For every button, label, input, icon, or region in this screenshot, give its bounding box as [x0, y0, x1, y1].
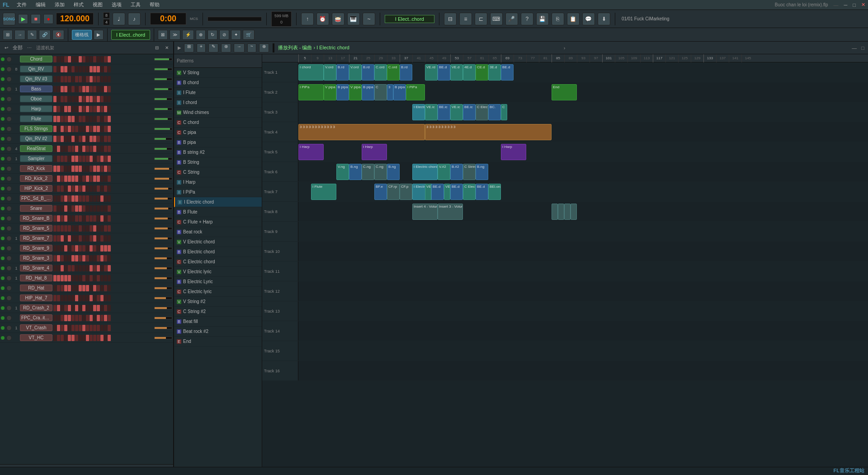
- channel-pad[interactable]: [53, 245, 57, 252]
- channel-name[interactable]: RD_Crash_2: [20, 304, 52, 311]
- grid-arrow[interactable]: ▶: [94, 30, 104, 40]
- channel-row[interactable]: FPC_Sd_B_004: [0, 194, 173, 204]
- channel-pad[interactable]: [53, 285, 57, 291]
- channel-mute-btn[interactable]: [6, 295, 12, 301]
- pattern-list-item[interactable]: VV Electric lyric: [174, 267, 262, 277]
- channel-pad[interactable]: [100, 315, 104, 321]
- channel-pad[interactable]: [86, 235, 89, 242]
- channel-pad[interactable]: [57, 325, 60, 331]
- channel-name[interactable]: Snare: [20, 205, 52, 212]
- channel-pad[interactable]: [93, 325, 96, 331]
- channel-pad[interactable]: [100, 195, 104, 202]
- channel-pad[interactable]: [64, 285, 67, 291]
- channel-pad[interactable]: [93, 136, 96, 142]
- channel-pad[interactable]: [57, 156, 60, 162]
- channel-pad[interactable]: [71, 136, 75, 142]
- channel-row[interactable]: 1Sampler: [0, 154, 173, 164]
- clip[interactable]: B pipa: [336, 84, 349, 100]
- channel-pad[interactable]: [100, 225, 104, 232]
- channel-pad[interactable]: [75, 295, 78, 301]
- channel-pad[interactable]: [75, 116, 78, 122]
- clip[interactable]: B.rd: [336, 64, 349, 81]
- wave-btn[interactable]: ~: [363, 13, 375, 25]
- channel-pad[interactable]: [71, 126, 75, 132]
- channel-pad[interactable]: [64, 126, 67, 132]
- channel-volume[interactable]: [154, 167, 172, 170]
- cr-undo[interactable]: ↩: [3, 45, 10, 50]
- channel-volume[interactable]: [154, 277, 172, 280]
- channel-pad[interactable]: [71, 245, 75, 252]
- channel-pad[interactable]: [108, 56, 111, 62]
- channel-pad[interactable]: [82, 166, 85, 172]
- clip[interactable]: BF.e: [374, 184, 387, 200]
- channel-pad[interactable]: [86, 245, 89, 252]
- channel-pad[interactable]: [86, 285, 89, 291]
- timeline[interactable]: 5913172125293337414549535761656973778185…: [262, 54, 868, 475]
- channel-pad[interactable]: [93, 56, 96, 62]
- channel-volume[interactable]: [154, 78, 172, 81]
- channel-pad[interactable]: [86, 225, 89, 232]
- channel-pad[interactable]: [61, 335, 64, 341]
- channel-pad[interactable]: [79, 185, 82, 192]
- pl-tool4[interactable]: ⊕: [196, 30, 206, 40]
- clip[interactable]: 3 3 3 3 3 3 3 3 3 3: [425, 124, 552, 140]
- pl-maximize[interactable]: □: [861, 45, 864, 51]
- channel-pad[interactable]: [57, 265, 60, 271]
- channel-pad[interactable]: [93, 66, 96, 72]
- channel-pad[interactable]: [104, 126, 107, 132]
- clip[interactable]: BEl.ord: [488, 184, 501, 200]
- channel-volume[interactable]: [154, 108, 172, 110]
- channel-pad[interactable]: [108, 205, 111, 212]
- channel-pad[interactable]: [61, 146, 64, 152]
- channel-pad[interactable]: [68, 295, 71, 301]
- channel-pad[interactable]: [75, 106, 78, 112]
- clip[interactable]: C Electric chord: [463, 184, 476, 200]
- numerator[interactable]: 8: [103, 12, 110, 19]
- channel-pad[interactable]: [93, 205, 96, 212]
- channel-pad[interactable]: [82, 96, 85, 102]
- channel-pad[interactable]: [90, 156, 93, 162]
- clip[interactable]: I Harp: [298, 144, 324, 160]
- channel-pad[interactable]: [97, 66, 100, 72]
- channel-pad[interactable]: [71, 106, 75, 112]
- channel-pad[interactable]: [61, 305, 64, 311]
- channel-pad[interactable]: [64, 76, 67, 82]
- channel-pad[interactable]: [61, 76, 64, 82]
- position-bar[interactable]: [208, 17, 262, 21]
- track-content[interactable]: 3 3 3 3 3 3 3 3 3 3 3 33 3 3 3 3 3 3 3 3…: [298, 122, 868, 142]
- channel-row[interactable]: Snare: [0, 204, 173, 214]
- channel-volume[interactable]: [154, 297, 172, 299]
- channel-pad[interactable]: [61, 66, 64, 72]
- channel-pad[interactable]: [71, 56, 75, 62]
- channel-pad[interactable]: [97, 106, 100, 112]
- channel-pad[interactable]: [97, 166, 100, 172]
- channel-pad[interactable]: [79, 315, 82, 321]
- channel-pad[interactable]: [53, 295, 57, 301]
- channel-pad[interactable]: [57, 335, 60, 341]
- menu-options[interactable]: 选项: [110, 1, 123, 8]
- channel-pad[interactable]: [93, 295, 96, 301]
- clip[interactable]: I Harp: [501, 144, 526, 160]
- channel-pad[interactable]: [93, 275, 96, 281]
- pl-arrow-btn[interactable]: →: [234, 43, 245, 52]
- channel-row[interactable]: RD_Hat: [0, 283, 173, 293]
- channel-name[interactable]: RD_Snare_5: [20, 225, 52, 232]
- download-btn[interactable]: ⬇: [598, 13, 610, 25]
- channel-row[interactable]: Harp: [0, 104, 173, 114]
- channel-pad[interactable]: [86, 315, 89, 321]
- channel-pad[interactable]: [108, 96, 111, 102]
- channel-pad[interactable]: [71, 205, 75, 212]
- channel-pad[interactable]: [61, 116, 64, 122]
- channel-pad[interactable]: [93, 96, 96, 102]
- clip[interactable]: BE.d: [501, 64, 514, 81]
- clip[interactable]: 3 3 3 3 3 3 3 3 3 3 3 3: [298, 124, 425, 140]
- channel-pad[interactable]: [61, 86, 64, 92]
- channel-pad[interactable]: [79, 325, 82, 331]
- channel-mute-btn[interactable]: [6, 186, 12, 191]
- channel-pad[interactable]: [97, 176, 100, 182]
- channel-pad[interactable]: [75, 205, 78, 212]
- channel-pad[interactable]: [64, 295, 67, 301]
- channel-pad[interactable]: [79, 225, 82, 232]
- channel-pad[interactable]: [108, 136, 111, 142]
- channel-name[interactable]: Oboe: [20, 95, 52, 102]
